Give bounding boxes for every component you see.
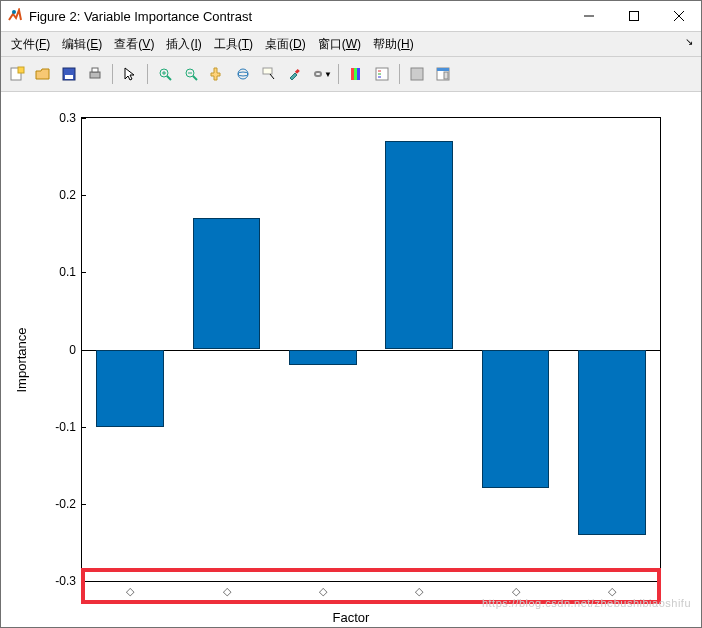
matlab-logo-icon [7,8,23,24]
window-title: Figure 2: Variable Importance Contrast [29,9,566,24]
toolbar-separator [147,64,148,84]
svg-rect-33 [444,72,448,79]
insert-colorbar-button[interactable] [344,62,368,86]
svg-rect-9 [90,72,100,78]
svg-point-18 [238,69,248,79]
menu-edit[interactable]: 编辑(E) [58,34,106,55]
x-axis-label: Factor [333,610,370,625]
rotate-3d-button[interactable] [231,62,255,86]
maximize-button[interactable] [611,1,656,31]
menu-overflow-icon[interactable]: ↘ [685,36,693,47]
insert-legend-button[interactable] [370,62,394,86]
zoom-out-button[interactable] [179,62,203,86]
svg-rect-8 [65,75,73,79]
menu-view[interactable]: 查看(V) [110,34,158,55]
svg-rect-25 [357,68,360,80]
hide-plot-tools-button[interactable] [405,62,429,86]
y-tick-label: -0.3 [55,574,82,588]
svg-rect-20 [263,68,272,74]
y-tick-label: 0.1 [59,265,82,279]
svg-point-0 [12,10,16,14]
toolbar-separator [399,64,400,84]
dock-figure-button[interactable] [431,62,455,86]
y-tick-label: 0.3 [59,111,82,125]
bar [385,141,452,349]
highlight-annotation [81,568,661,604]
titlebar: Figure 2: Variable Importance Contrast [1,1,701,32]
bar [578,350,645,535]
bar [96,350,163,427]
menu-help[interactable]: 帮助(H) [369,34,418,55]
svg-rect-32 [437,68,449,71]
bar [289,350,356,365]
svg-line-12 [167,76,171,80]
svg-rect-6 [18,67,24,73]
close-button[interactable] [656,1,701,31]
toolbar: ▼ [1,57,701,92]
print-button[interactable] [83,62,107,86]
figure-window: Figure 2: Variable Importance Contrast 文… [0,0,702,628]
bar [482,350,549,489]
figure-canvas[interactable]: Importance -0.3-0.2-0.100.10.20.3◇◇◇◇◇◇ … [1,92,701,627]
menu-window[interactable]: 窗口(W) [314,34,365,55]
svg-line-21 [270,74,274,79]
menubar: 文件(F) 编辑(E) 查看(V) 插入(I) 工具(T) 桌面(D) 窗口(W… [1,32,701,57]
link-plots-button[interactable]: ▼ [309,62,333,86]
svg-rect-2 [629,12,638,21]
y-tick-label: -0.2 [55,497,82,511]
toolbar-separator [338,64,339,84]
save-button[interactable] [57,62,81,86]
svg-rect-24 [354,68,357,80]
y-tick-label: -0.1 [55,420,82,434]
svg-point-19 [238,72,248,76]
open-button[interactable] [31,62,55,86]
menu-desktop[interactable]: 桌面(D) [261,34,310,55]
menu-insert[interactable]: 插入(I) [162,34,205,55]
svg-rect-30 [411,68,423,80]
toolbar-separator [112,64,113,84]
y-axis-label: Importance [14,327,29,392]
svg-rect-23 [351,68,354,80]
menu-file[interactable]: 文件(F) [7,34,54,55]
zero-line [82,350,660,351]
svg-rect-10 [92,68,98,72]
minimize-button[interactable] [566,1,611,31]
svg-line-16 [193,76,197,80]
brush-button[interactable] [283,62,307,86]
axes[interactable]: -0.3-0.2-0.100.10.20.3◇◇◇◇◇◇ [81,117,661,582]
data-cursor-button[interactable] [257,62,281,86]
pointer-button[interactable] [118,62,142,86]
pan-button[interactable] [205,62,229,86]
y-tick-label: 0.2 [59,188,82,202]
menu-tools[interactable]: 工具(T) [210,34,257,55]
svg-rect-26 [376,68,388,80]
zoom-in-button[interactable] [153,62,177,86]
new-figure-button[interactable] [5,62,29,86]
bar [193,218,260,349]
